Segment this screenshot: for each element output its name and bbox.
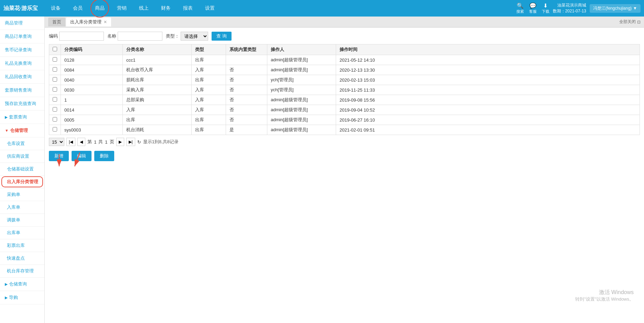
row-checkbox-2[interactable]	[53, 77, 57, 82]
cell-type-3: 入库	[192, 85, 226, 95]
cell-type-6: 出库	[192, 115, 226, 125]
row-checkbox-1[interactable]	[53, 67, 57, 72]
cell-systype-2: 否	[226, 75, 267, 85]
row-checkbox-5[interactable]	[53, 107, 57, 112]
sidebar-item-warehouse-query[interactable]: ▶ 仓储查询	[0, 278, 44, 291]
nav-baobiao[interactable]: 报表	[177, 0, 199, 17]
name-input[interactable]	[118, 32, 162, 41]
data-table: 分类编码 分类名称 类型 系统内置类型 操作人 操作时间 0128 ccc1 出…	[49, 44, 640, 135]
total-pages: 1	[105, 139, 107, 145]
col-header-type: 类型	[192, 44, 226, 55]
select-all-checkbox[interactable]	[53, 47, 57, 51]
user-info[interactable]: 冯楚江(fengchujiang) ▼	[590, 4, 641, 13]
cell-type-1: 入库	[192, 65, 226, 75]
tab-home[interactable]: 首页	[48, 18, 65, 27]
pagination: 15 20 30 50 |◀ ◀ 第 1 共 1 页 ▶ ▶| ↻ 显示1到8,…	[49, 138, 640, 146]
sidebar-item-gift-recycle[interactable]: 礼品回收查询	[0, 70, 44, 84]
sidebar-item-warehouse-settings[interactable]: 仓库设置	[0, 137, 44, 150]
sidebar-item-guide-shopping[interactable]: ▶ 导购	[0, 291, 44, 304]
cell-systype-7: 是	[226, 125, 267, 135]
sidebar-item-inbound-order[interactable]: 入库单	[0, 201, 44, 214]
sidebar-item-machine-inventory[interactable]: 机台库存管理	[0, 265, 44, 278]
sidebar-item-coin-record[interactable]: 售币记录查询	[0, 43, 44, 57]
row-checkbox-3[interactable]	[53, 87, 57, 92]
cell-code-5: 0014	[61, 105, 123, 115]
sidebar-item-transfer-order[interactable]: 调拨单	[0, 214, 44, 227]
sidebar-item-outbound-order[interactable]: 出库单	[0, 227, 44, 239]
type-select[interactable]: 请选择 入库 出库	[181, 32, 208, 41]
cell-time-4: 2019-09-08 15:56	[336, 95, 640, 105]
code-input[interactable]	[59, 32, 104, 41]
download-icon: ⬇	[543, 2, 548, 9]
page-label: 第	[87, 139, 92, 145]
sidebar-item-warehouse-base[interactable]: 仓储基础设置	[0, 163, 44, 176]
current-page: 1	[94, 139, 96, 145]
cell-code-2: 0040	[61, 75, 123, 85]
sidebar-section-warehouse-mgmt[interactable]: ▼ 仓储管理	[0, 124, 44, 137]
add-button[interactable]: 新增	[49, 151, 69, 161]
first-page-button[interactable]: |◀	[66, 138, 75, 146]
store-info: 油菜花演示商城 数期：2021-07-13	[553, 2, 586, 14]
tab-inout-category[interactable]: 出入库分类管理 ✕	[66, 18, 111, 27]
sidebar-item-purchase-order[interactable]: 采购单	[0, 188, 44, 201]
sidebar-item-deposit-query[interactable]: 预存款充值查询	[0, 97, 44, 111]
cell-time-7: 2021-02-01 09:51	[336, 125, 640, 135]
tab-close-icon[interactable]: ✕	[104, 20, 107, 24]
chevron-down-icon: ▼	[633, 6, 637, 11]
row-checkbox-4[interactable]	[53, 97, 57, 102]
nav-shangpin[interactable]: 商品	[89, 0, 111, 17]
cell-name-1: 机台收币入库	[123, 65, 192, 75]
page-size-select[interactable]: 15 20 30 50	[49, 138, 64, 146]
name-label: 名称	[107, 33, 116, 39]
cell-code-1: 0084	[61, 65, 123, 75]
cell-name-0: ccc1	[123, 55, 192, 65]
sidebar-item-goods-mgmt[interactable]: 商品管理	[0, 17, 44, 30]
nav-shebei[interactable]: 设备	[45, 0, 67, 17]
top-nav: 油菜花·游乐宝 设备 会员 商品 营销 线上 财务 报表 设置 🔍	[0, 0, 644, 17]
sidebar-item-ticket-sales[interactable]: 套票销售查询	[0, 84, 44, 97]
search-bar: 编码 名称 类型： 请选择 入库 出库 查 询	[49, 32, 640, 41]
sidebar-item-inout-category[interactable]: 出入库分类管理	[0, 176, 44, 188]
chevron-right-icon3: ▶	[5, 295, 8, 300]
cell-systype-5: 否	[226, 105, 267, 115]
cell-name-4: 总部采购	[123, 95, 192, 105]
nav-huiyuan[interactable]: 会员	[67, 0, 89, 17]
nav-shezhi[interactable]: 设置	[199, 0, 221, 17]
nav-caiwu[interactable]: 财务	[155, 0, 177, 17]
query-button[interactable]: 查 询	[212, 32, 232, 41]
page-content: 编码 名称 类型： 请选择 入库 出库 查 询	[45, 28, 644, 323]
delete-button[interactable]: 删除	[94, 151, 114, 161]
sidebar-item-gift-exchange[interactable]: 礼品兑换查询	[0, 57, 44, 70]
last-page-button[interactable]: ▶|	[126, 138, 135, 146]
download-icon-group[interactable]: ⬇ 下载	[542, 2, 549, 14]
cell-operator-2: ych[管理员]	[267, 75, 336, 85]
sidebar-item-goods-order[interactable]: 商品订单查询	[0, 30, 44, 43]
search-icon-group[interactable]: 🔍 搜索	[516, 2, 524, 14]
sidebar-item-supplier-settings[interactable]: 供应商设置	[0, 150, 44, 163]
sidebar-item-lottery-outbound[interactable]: 彩票出库	[0, 239, 44, 252]
row-checkbox-6[interactable]	[53, 117, 57, 122]
sidebar-item-quick-inventory[interactable]: 快速盘点	[0, 252, 44, 265]
next-page-button[interactable]: ▶	[116, 138, 124, 146]
prev-page-button[interactable]: ◀	[77, 138, 85, 146]
row-checkbox-0[interactable]	[53, 57, 57, 62]
table-row: 0014 入库 入库 否 admin[超级管理员] 2019-09-04 10:…	[49, 105, 640, 115]
fullscreen-icon: ⊡	[637, 20, 641, 24]
table-row: sys0003 机台消耗 出库 是 admin[超级管理员] 2021-02-0…	[49, 125, 640, 135]
cell-systype-4: 否	[226, 95, 267, 105]
nav-xianshang[interactable]: 线上	[133, 0, 155, 17]
cell-time-5: 2019-09-04 10:52	[336, 105, 640, 115]
chevron-right-icon2: ▶	[5, 282, 8, 286]
cell-systype-1: 否	[226, 65, 267, 75]
close-all-button[interactable]: 全部关闭 ⊡	[619, 19, 641, 25]
row-checkbox-7[interactable]	[53, 127, 57, 132]
service-icon-group[interactable]: 💬 客服	[529, 2, 537, 14]
table-row: 0128 ccc1 出库 admin[超级管理员] 2021-05-12 14:…	[49, 55, 640, 65]
sidebar-item-ticket-query[interactable]: ▶ 套票查询	[0, 111, 44, 124]
cell-operator-0: admin[超级管理员]	[267, 55, 336, 65]
edit-button[interactable]: 编辑	[72, 151, 92, 161]
cell-code-6: 0005	[61, 115, 123, 125]
cell-operator-1: admin[超级管理员]	[267, 65, 336, 75]
refresh-icon[interactable]: ↻	[137, 139, 141, 145]
nav-yingxiao[interactable]: 营销	[111, 0, 133, 17]
